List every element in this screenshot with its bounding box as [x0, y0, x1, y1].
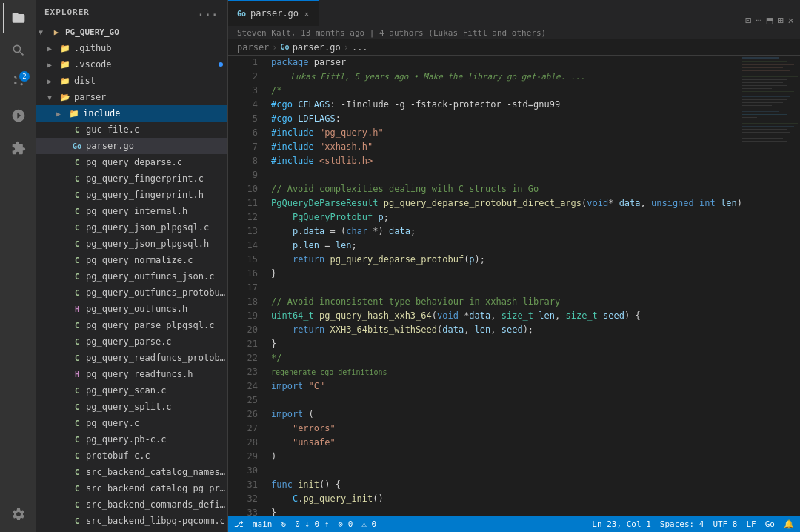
code-line-32: C.pg_query_init() — [271, 492, 741, 506]
c-icon2: C — [71, 173, 83, 184]
code-line-5: #cgo LDFLAGS: — [271, 112, 741, 126]
sidebar-item-pg-query-internal-h[interactable]: Cpg_query_internal.h — [36, 203, 227, 219]
feedback-icon[interactable]: 🔔 — [784, 519, 794, 529]
sidebar-item-pg-query-parse-c[interactable]: Cpg_query_parse.c — [36, 333, 227, 350]
c-icon10: C — [71, 319, 83, 331]
sidebar-item-src-backend-commands-define-c[interactable]: Csrc_backend_commands_define.c — [36, 496, 227, 513]
split-editor-icon[interactable]: ⊡ — [745, 14, 751, 26]
code-line-3: /* — [271, 84, 741, 98]
svg-rect-28 — [742, 153, 787, 153]
h-icon2: H — [71, 368, 83, 380]
code-line-10: // Avoid complexities dealing with C str… — [271, 182, 741, 196]
language[interactable]: Go — [765, 519, 775, 529]
git-branch-name[interactable]: main — [253, 519, 273, 529]
sync-status[interactable]: 0 ↓ 0 ↑ — [295, 519, 329, 529]
svg-rect-31 — [742, 162, 757, 162]
sidebar-item-pg-query-json-plpgsql-h[interactable]: Cpg_query_json_plpgsql.h — [36, 236, 227, 252]
sidebar-item-include[interactable]: ▶ 📁 include — [36, 105, 227, 122]
close-panel-icon[interactable]: ✕ — [788, 14, 794, 26]
maximize-icon[interactable]: ⊞ — [777, 14, 783, 26]
sidebar-item-parser-go[interactable]: ▶ Go parser.go — [36, 138, 227, 154]
settings-icon[interactable] — [3, 499, 33, 529]
sidebar-item-pg-query-outfuncs-h[interactable]: Hpg_query_outfuncs.h — [36, 301, 227, 317]
sidebar-item-pg-query-normalize-c[interactable]: Cpg_query_normalize.c — [36, 252, 227, 268]
tab-parser-go[interactable]: Go parser.go ✕ — [228, 0, 319, 26]
code-line-6: #include "pg_query.h" — [271, 126, 741, 140]
sidebar-item-pg-query-parse-plpgsql-c[interactable]: Cpg_query_parse_plpgsql.c — [36, 317, 227, 333]
sync-icon[interactable]: ↻ — [281, 519, 287, 529]
code-content[interactable]: package parser Lukas Fittl, 5 years ago … — [265, 56, 741, 516]
ln-col[interactable]: Ln 23, Col 1 — [592, 519, 650, 529]
breadcrumb-symbol[interactable]: ... — [352, 42, 368, 53]
sidebar-more-icon[interactable]: ... — [198, 6, 219, 18]
sidebar-item-github[interactable]: ▶ 📁 .github — [36, 40, 227, 56]
tree-root[interactable]: ▼ ▶ PG_QUERY_GO — [36, 24, 227, 40]
sidebar-item-pg-query-deparse-c[interactable]: Cpg_query_deparse.c — [36, 154, 227, 170]
c-icon6: C — [71, 238, 83, 250]
code-editor[interactable]: 12345 678910 1112131415 1617181920 21222… — [228, 56, 800, 516]
github-label: .github — [74, 43, 112, 53]
sidebar-item-src-backend-catalog-pg-proc-c[interactable]: Csrc_backend_catalog_pg_proc.c — [36, 480, 227, 496]
svg-rect-12 — [742, 96, 790, 97]
code-line-25 — [271, 393, 741, 408]
more-actions-icon[interactable]: ⋯ — [756, 14, 761, 26]
tab-bar: Go parser.go ✕ ⊡ ⋯ ⬒ ⊞ ✕ — [228, 0, 800, 26]
sidebar-item-pg-query-pb-c[interactable]: Cpg_query.pb-c.c — [36, 431, 227, 448]
extensions-icon[interactable] — [3, 133, 33, 163]
sidebar-item-parser[interactable]: ▼ 📂 parser — [36, 89, 227, 105]
eol[interactable]: LF — [747, 519, 756, 529]
sidebar-item-src-backend-libpq-pqcomm-c[interactable]: Csrc_backend_libpq-pqcomm.c — [36, 513, 227, 529]
sidebar-item-pg-query-c[interactable]: Cpg_query.c — [36, 415, 227, 431]
sidebar-item-dist[interactable]: ▶ 📁 dist — [36, 73, 227, 89]
sidebar-item-vscode[interactable]: ▶ 📁 .vscode — [36, 56, 227, 73]
parser-label: parser — [74, 92, 106, 102]
sidebar-item-src-backend-catalog-namespace-c[interactable]: Csrc_backend_catalog_namespace.c — [36, 464, 227, 480]
sidebar-item-pg-query-scan-c[interactable]: Cpg_query_scan.c — [36, 382, 227, 399]
warning-icon[interactable]: ⚠ 0 — [361, 519, 376, 529]
code-line-8: #include <stdlib.h> — [271, 154, 741, 168]
code-line-30 — [271, 464, 741, 478]
svg-rect-7 — [742, 79, 787, 80]
tab-close-button[interactable]: ✕ — [303, 8, 310, 19]
sidebar-item-pg-query-outfuncs-json-c[interactable]: Cpg_query_outfuncs_json.c — [36, 268, 227, 285]
guc-file-icon: C — [71, 124, 83, 136]
svg-rect-2 — [742, 61, 787, 62]
sidebar-item-pg-query-readfuncs-protobuf-c[interactable]: Cpg_query_readfuncs_protobuf.c — [36, 350, 227, 366]
code-line-29: ) — [271, 450, 741, 464]
tab-go-icon: Go — [237, 10, 246, 18]
sidebar-item-protobuf-c[interactable]: Cprotobuf-c.c — [36, 448, 227, 464]
breadcrumb-parser-dir[interactable]: parser — [237, 42, 269, 53]
source-control-icon[interactable]: 2 — [3, 68, 33, 98]
sidebar-item-pg-query-fingerprint-h[interactable]: Cpg_query_fingerprint.h — [36, 187, 227, 203]
sidebar-item-src-backend-nodes-bitmapset-c[interactable]: Csrc_backend_nodes_bitmapset.c — [36, 529, 227, 532]
sidebar-item-pg-query-readfuncs-h[interactable]: Hpg_query_readfuncs.h — [36, 366, 227, 382]
sidebar-item-pg-query-split-c[interactable]: Cpg_query_split.c — [36, 399, 227, 415]
spaces[interactable]: Spaces: 4 — [660, 519, 704, 529]
code-line-31: func init() { — [271, 478, 741, 492]
sidebar-item-pg-query-outfuncs-protobuf-c[interactable]: Cpg_query_outfuncs_protobuf.c — [36, 285, 227, 301]
file-tree[interactable]: ▼ ▶ PG_QUERY_GO ▶ 📁 .github ▶ 📁 .vscode … — [36, 24, 227, 532]
breadcrumb-filename[interactable]: parser.go — [293, 42, 341, 53]
github-chevron: ▶ — [47, 44, 56, 53]
sidebar-item-pg-query-json-plpgsql-c[interactable]: Cpg_query_json_plpgsql.c — [36, 219, 227, 236]
error-icon[interactable]: ⊗ 0 — [338, 519, 353, 529]
h-icon: H — [71, 303, 83, 315]
parser-go-label: parser.go — [86, 141, 134, 151]
encoding[interactable]: UTF-8 — [713, 519, 737, 529]
debug-icon[interactable] — [3, 101, 33, 130]
explorer-icon[interactable] — [3, 3, 33, 33]
code-line-16: } — [271, 267, 741, 281]
panel-icon[interactable]: ⬒ — [767, 14, 773, 26]
minimap — [741, 56, 800, 516]
sidebar-item-guc-file[interactable]: ▶ C guc-file.c — [36, 122, 227, 138]
dist-folder-icon: 📁 — [59, 75, 71, 87]
code-line-1: package parser — [271, 56, 741, 70]
sidebar-item-pg-query-fingerprint-c[interactable]: Cpg_query_fingerprint.c — [36, 170, 227, 187]
search-icon[interactable] — [3, 36, 33, 65]
c-icon18: C — [71, 466, 83, 478]
svg-rect-16 — [742, 111, 779, 112]
svg-rect-29 — [742, 156, 783, 156]
svg-rect-11 — [742, 91, 794, 92]
root-folder-icon: ▶ — [50, 26, 62, 38]
code-line-19: uint64_t pg_query_hash_xxh3_64(void *dat… — [271, 309, 741, 323]
